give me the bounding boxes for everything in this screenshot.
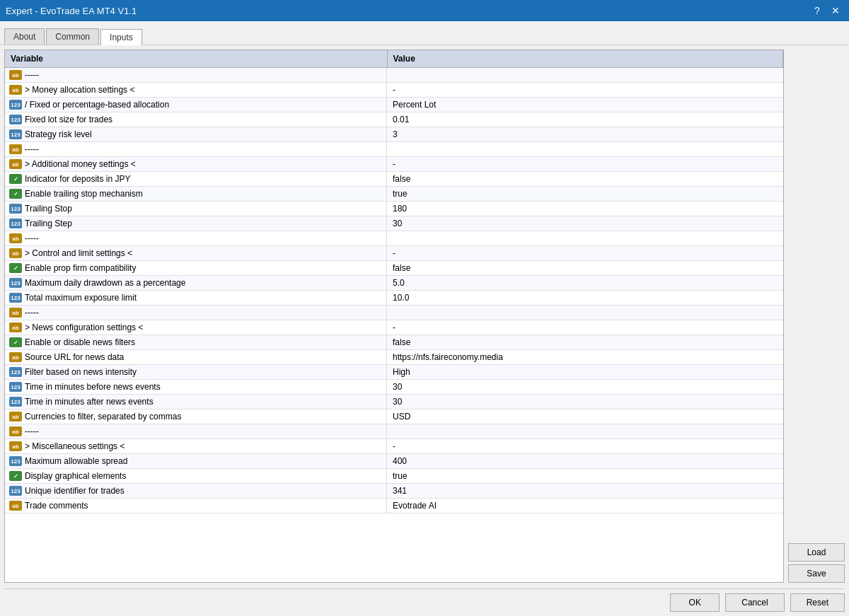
value-cell[interactable]: - xyxy=(387,246,783,261)
value-cell[interactable]: 0.01 xyxy=(387,112,783,127)
table-row[interactable]: 123Trailing Stop180 xyxy=(5,202,783,216)
table-row[interactable]: ab> Control and limit settings <- xyxy=(5,246,783,261)
value-cell[interactable]: false xyxy=(387,261,783,276)
value-cell[interactable] xyxy=(387,68,783,83)
value-cell[interactable]: - xyxy=(387,320,783,335)
table-row[interactable]: ab----- xyxy=(5,68,783,83)
value-cell[interactable]: 5.0 xyxy=(387,276,783,291)
title-bar: Expert - EvoTrade EA MT4 V1.1 ? ✕ xyxy=(0,0,849,21)
value-cell[interactable]: 400 xyxy=(387,454,783,469)
variable-label: Total maximum exposure limit xyxy=(25,293,137,303)
type-icon: ab xyxy=(9,233,22,243)
params-table-container[interactable]: Variable Value ab-----ab> Money allocati… xyxy=(4,50,784,583)
table-row[interactable]: 123/ Fixed or percentage-based allocatio… xyxy=(5,98,783,112)
table-row[interactable]: 123Fixed lot size for trades0.01 xyxy=(5,112,783,127)
table-row[interactable]: 123Time in minutes after news events30 xyxy=(5,395,783,409)
variable-label: ----- xyxy=(25,426,39,436)
value-cell[interactable]: 180 xyxy=(387,202,783,216)
table-row[interactable]: ✓Enable or disable news filtersfalse xyxy=(5,335,783,350)
type-icon: ✓ xyxy=(9,471,22,481)
table-row[interactable]: 123Time in minutes before news events30 xyxy=(5,380,783,395)
table-row[interactable]: ab> Money allocation settings <- xyxy=(5,83,783,98)
table-row[interactable]: 123Strategy risk level3 xyxy=(5,127,783,142)
type-icon: 123 xyxy=(9,486,22,496)
table-row[interactable]: 123Total maximum exposure limit10.0 xyxy=(5,291,783,306)
variable-label: Indicator for deposits in JPY xyxy=(25,174,130,184)
value-cell[interactable]: - xyxy=(387,439,783,454)
table-row[interactable]: abCurrencies to filter, separated by com… xyxy=(5,409,783,424)
value-cell[interactable] xyxy=(387,142,783,157)
table-row[interactable]: ab> Additional money settings <- xyxy=(5,157,783,172)
variable-label: Time in minutes after news events xyxy=(25,397,154,407)
type-icon: ✓ xyxy=(9,337,22,347)
variable-label: Enable prop firm compatibility xyxy=(25,263,136,273)
variable-label: > Control and limit settings < xyxy=(25,248,132,258)
table-row[interactable]: abTrade commentsEvotrade AI xyxy=(5,499,783,513)
table-row[interactable]: ab----- xyxy=(5,306,783,320)
tab-about[interactable]: About xyxy=(4,28,45,45)
type-icon: 123 xyxy=(9,382,22,392)
value-cell[interactable]: Evotrade AI xyxy=(387,499,783,513)
table-row[interactable]: 123Unique identifier for trades341 xyxy=(5,484,783,499)
value-cell[interactable] xyxy=(387,424,783,439)
close-button[interactable]: ✕ xyxy=(828,3,843,18)
type-icon: ✓ xyxy=(9,263,22,273)
value-cell[interactable]: https://nfs.faireconomy.media xyxy=(387,350,783,365)
value-cell[interactable]: 30 xyxy=(387,216,783,231)
table-row[interactable]: ✓Enable trailing stop mechanismtrue xyxy=(5,187,783,202)
value-cell[interactable]: Percent Lot xyxy=(387,98,783,112)
type-icon: ab xyxy=(9,248,22,258)
value-cell[interactable]: 30 xyxy=(387,395,783,409)
tab-inputs[interactable]: Inputs xyxy=(100,29,142,45)
value-cell[interactable]: 30 xyxy=(387,380,783,395)
table-row[interactable]: ab----- xyxy=(5,231,783,246)
value-cell[interactable]: - xyxy=(387,83,783,98)
table-row[interactable]: 123Maximum allowable spread400 xyxy=(5,454,783,469)
table-row[interactable]: ab> Miscellaneous settings <- xyxy=(5,439,783,454)
value-cell[interactable]: true xyxy=(387,469,783,484)
type-icon: 123 xyxy=(9,219,22,228)
table-row[interactable]: ab----- xyxy=(5,424,783,439)
reset-button[interactable]: Reset xyxy=(790,593,845,612)
value-cell[interactable]: 10.0 xyxy=(387,291,783,306)
table-row[interactable]: ab> News configuration settings <- xyxy=(5,320,783,335)
variable-label: Filter based on news intensity xyxy=(25,367,137,377)
table-row[interactable]: 123Filter based on news intensityHigh xyxy=(5,365,783,380)
cancel-button[interactable]: Cancel xyxy=(725,593,784,612)
help-button[interactable]: ? xyxy=(809,3,825,18)
value-cell[interactable]: false xyxy=(387,335,783,350)
variable-label: ----- xyxy=(25,144,39,154)
footer-buttons: OK Cancel Reset xyxy=(4,588,845,612)
table-row[interactable]: 123Maximum daily drawdown as a percentag… xyxy=(5,276,783,291)
save-button[interactable]: Save xyxy=(788,564,845,583)
variable-label: > Money allocation settings < xyxy=(25,85,134,95)
table-row[interactable]: ab----- xyxy=(5,142,783,157)
table-row[interactable]: ✓Enable prop firm compatibilityfalse xyxy=(5,261,783,276)
value-cell[interactable]: false xyxy=(387,172,783,187)
type-icon: 123 xyxy=(9,293,22,303)
tab-common[interactable]: Common xyxy=(46,28,99,45)
type-icon: ab xyxy=(9,322,22,332)
type-icon: ab xyxy=(9,144,22,154)
value-cell[interactable]: - xyxy=(387,157,783,172)
value-cell[interactable]: High xyxy=(387,365,783,380)
type-icon: 123 xyxy=(9,204,22,214)
value-cell[interactable]: true xyxy=(387,187,783,202)
col-header-value: Value xyxy=(387,50,783,68)
type-icon: ab xyxy=(9,70,22,80)
value-cell[interactable]: 341 xyxy=(387,484,783,499)
right-buttons: Load Save xyxy=(788,50,845,583)
ok-button[interactable]: OK xyxy=(670,593,720,612)
variable-label: Trailing Step xyxy=(25,219,72,228)
table-row[interactable]: ✓Indicator for deposits in JPYfalse xyxy=(5,172,783,187)
value-cell[interactable]: USD xyxy=(387,409,783,424)
value-cell[interactable] xyxy=(387,231,783,246)
tab-bar: About Common Inputs xyxy=(0,21,849,45)
table-row[interactable]: ✓Display graphical elementstrue xyxy=(5,469,783,484)
load-button[interactable]: Load xyxy=(788,543,845,562)
table-row[interactable]: abSource URL for news datahttps://nfs.fa… xyxy=(5,350,783,365)
value-cell[interactable]: 3 xyxy=(387,127,783,142)
table-row[interactable]: 123Trailing Step30 xyxy=(5,216,783,231)
variable-label: ----- xyxy=(25,308,39,318)
value-cell[interactable] xyxy=(387,306,783,320)
